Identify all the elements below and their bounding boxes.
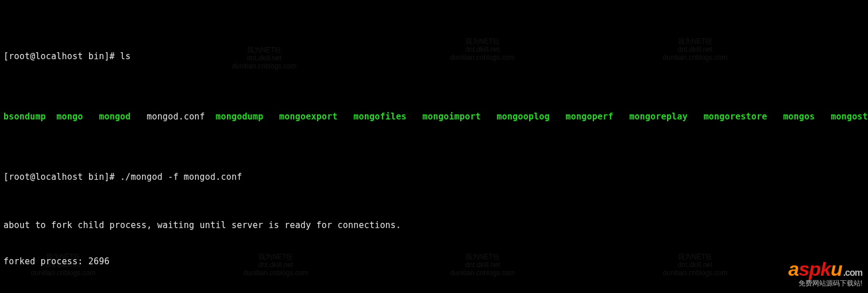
file-regular: mongod.conf (146, 111, 205, 122)
ls-output-row: bsondump mongo mongod mongod.conf mongod… (3, 111, 865, 123)
terminal[interactable]: [root@localhost bin]# ls bsondump mongo … (0, 0, 868, 293)
command-start: ./mongod -f mongod.conf (120, 172, 242, 182)
file-executable: mongoimport (422, 111, 481, 122)
file-executable: mongoperf (566, 111, 614, 122)
file-executable: mongod (99, 111, 130, 122)
command-ls: ls (120, 51, 130, 61)
file-executable: mongoreplay (629, 111, 688, 122)
prompt-line-start: [root@localhost bin]# ./mongod -f mongod… (3, 171, 865, 183)
shell-prompt: [root@localhost bin]# (3, 172, 120, 182)
file-executable: mongostat (831, 111, 868, 122)
start-output-line: about to fork child process, waiting unt… (3, 219, 865, 232)
prompt-line-ls: [root@localhost bin]# ls (3, 51, 865, 63)
file-executable: mongodump (215, 111, 263, 122)
file-executable: mongo (56, 111, 83, 122)
file-executable: mongorestore (704, 111, 767, 122)
file-executable: bsondump (3, 111, 46, 122)
start-output-line: forked process: 2696 (3, 256, 865, 268)
file-executable: mongofiles (353, 111, 406, 122)
file-executable: mongos (783, 111, 815, 122)
shell-prompt: [root@localhost bin]# (3, 51, 120, 61)
file-executable: mongooplog (497, 111, 550, 122)
file-executable: mongoexport (279, 111, 338, 122)
